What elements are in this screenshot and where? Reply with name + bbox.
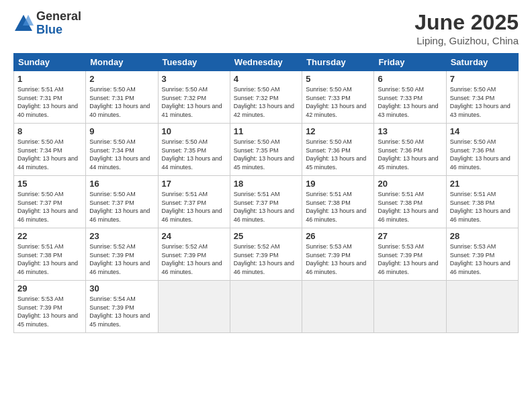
calendar-row: 29Sunrise: 5:53 AMSunset: 7:39 PMDayligh…: [14, 281, 519, 333]
day-cell-19: 19Sunrise: 5:51 AMSunset: 7:38 PMDayligh…: [302, 176, 374, 228]
day-cell-13: 13Sunrise: 5:50 AMSunset: 7:36 PMDayligh…: [374, 124, 446, 176]
day-number: 27: [378, 231, 442, 241]
day-number: 3: [162, 74, 226, 84]
col-header-thursday: Thursday: [302, 54, 374, 71]
day-info: Sunrise: 5:51 AMSunset: 7:38 PMDaylight:…: [17, 242, 82, 276]
header-row: SundayMondayTuesdayWednesdayThursdayFrid…: [14, 54, 519, 71]
day-info: Sunrise: 5:50 AMSunset: 7:31 PMDaylight:…: [89, 85, 154, 119]
logo: General Blue: [13, 10, 81, 37]
day-number: 13: [378, 126, 442, 136]
day-info: Sunrise: 5:52 AMSunset: 7:39 PMDaylight:…: [162, 242, 226, 276]
day-number: 6: [378, 74, 442, 84]
day-info: Sunrise: 5:50 AMSunset: 7:34 PMDaylight:…: [17, 138, 82, 171]
day-info: Sunrise: 5:50 AMSunset: 7:36 PMDaylight:…: [378, 138, 442, 171]
day-number: 28: [450, 231, 515, 241]
logo-text: General Blue: [36, 10, 81, 37]
day-cell-4: 4Sunrise: 5:50 AMSunset: 7:32 PMDaylight…: [230, 71, 302, 124]
day-cell-14: 14Sunrise: 5:50 AMSunset: 7:36 PMDayligh…: [446, 124, 518, 176]
col-header-tuesday: Tuesday: [158, 54, 230, 71]
page: General Blue June 2025 Liping, Guizhou, …: [0, 0, 532, 411]
day-cell-16: 16Sunrise: 5:50 AMSunset: 7:37 PMDayligh…: [86, 176, 158, 228]
day-cell-26: 26Sunrise: 5:53 AMSunset: 7:39 PMDayligh…: [302, 228, 374, 281]
calendar-table: SundayMondayTuesdayWednesdayThursdayFrid…: [13, 53, 519, 333]
day-cell-25: 25Sunrise: 5:52 AMSunset: 7:39 PMDayligh…: [230, 228, 302, 281]
day-number: 10: [162, 126, 226, 136]
day-cell-10: 10Sunrise: 5:50 AMSunset: 7:35 PMDayligh…: [158, 124, 230, 176]
day-cell-12: 12Sunrise: 5:50 AMSunset: 7:36 PMDayligh…: [302, 124, 374, 176]
day-info: Sunrise: 5:50 AMSunset: 7:34 PMDaylight:…: [89, 138, 154, 171]
day-info: Sunrise: 5:53 AMSunset: 7:39 PMDaylight:…: [17, 295, 82, 328]
day-number: 8: [17, 126, 82, 136]
empty-cell: [446, 281, 518, 333]
day-cell-8: 8Sunrise: 5:50 AMSunset: 7:34 PMDaylight…: [14, 124, 86, 176]
day-info: Sunrise: 5:50 AMSunset: 7:35 PMDaylight:…: [162, 138, 226, 171]
day-info: Sunrise: 5:53 AMSunset: 7:39 PMDaylight:…: [306, 242, 370, 276]
day-info: Sunrise: 5:51 AMSunset: 7:31 PMDaylight:…: [17, 85, 82, 119]
day-number: 7: [450, 74, 515, 84]
day-cell-30: 30Sunrise: 5:54 AMSunset: 7:39 PMDayligh…: [86, 281, 158, 333]
day-number: 15: [17, 179, 82, 189]
day-number: 5: [306, 74, 370, 84]
day-info: Sunrise: 5:52 AMSunset: 7:39 PMDaylight:…: [234, 242, 298, 276]
day-info: Sunrise: 5:51 AMSunset: 7:38 PMDaylight:…: [450, 190, 515, 224]
day-info: Sunrise: 5:51 AMSunset: 7:38 PMDaylight:…: [378, 190, 442, 224]
calendar-row: 15Sunrise: 5:50 AMSunset: 7:37 PMDayligh…: [14, 176, 519, 228]
day-cell-21: 21Sunrise: 5:51 AMSunset: 7:38 PMDayligh…: [446, 176, 518, 228]
day-number: 24: [162, 231, 226, 241]
logo-blue: Blue: [36, 24, 81, 37]
day-info: Sunrise: 5:50 AMSunset: 7:32 PMDaylight:…: [234, 85, 298, 119]
day-number: 1: [17, 74, 82, 84]
empty-cell: [230, 281, 302, 333]
col-header-sunday: Sunday: [14, 54, 86, 71]
day-number: 20: [378, 179, 442, 189]
day-info: Sunrise: 5:52 AMSunset: 7:39 PMDaylight:…: [89, 242, 154, 276]
day-number: 17: [162, 179, 226, 189]
day-cell-2: 2Sunrise: 5:50 AMSunset: 7:31 PMDaylight…: [86, 71, 158, 124]
day-info: Sunrise: 5:50 AMSunset: 7:36 PMDaylight:…: [306, 138, 370, 171]
day-cell-15: 15Sunrise: 5:50 AMSunset: 7:37 PMDayligh…: [14, 176, 86, 228]
calendar-subtitle: Liping, Guizhou, China: [414, 35, 519, 46]
day-number: 16: [89, 179, 154, 189]
empty-cell: [374, 281, 446, 333]
day-info: Sunrise: 5:50 AMSunset: 7:33 PMDaylight:…: [378, 85, 442, 119]
day-number: 18: [234, 179, 298, 189]
empty-cell: [302, 281, 374, 333]
day-info: Sunrise: 5:50 AMSunset: 7:32 PMDaylight:…: [162, 85, 226, 119]
col-header-saturday: Saturday: [446, 54, 518, 71]
day-number: 11: [234, 126, 298, 136]
day-number: 26: [306, 231, 370, 241]
day-info: Sunrise: 5:50 AMSunset: 7:34 PMDaylight:…: [450, 85, 515, 119]
day-info: Sunrise: 5:50 AMSunset: 7:35 PMDaylight:…: [234, 138, 298, 171]
day-number: 21: [450, 179, 515, 189]
day-number: 23: [89, 231, 154, 241]
day-cell-28: 28Sunrise: 5:53 AMSunset: 7:39 PMDayligh…: [446, 228, 518, 281]
day-cell-1: 1Sunrise: 5:51 AMSunset: 7:31 PMDaylight…: [14, 71, 86, 124]
day-info: Sunrise: 5:51 AMSunset: 7:38 PMDaylight:…: [306, 190, 370, 224]
day-number: 30: [89, 283, 154, 293]
day-cell-20: 20Sunrise: 5:51 AMSunset: 7:38 PMDayligh…: [374, 176, 446, 228]
logo-general: General: [36, 10, 81, 24]
day-number: 4: [234, 74, 298, 84]
day-cell-6: 6Sunrise: 5:50 AMSunset: 7:33 PMDaylight…: [374, 71, 446, 124]
day-number: 2: [89, 74, 154, 84]
day-cell-22: 22Sunrise: 5:51 AMSunset: 7:38 PMDayligh…: [14, 228, 86, 281]
day-cell-29: 29Sunrise: 5:53 AMSunset: 7:39 PMDayligh…: [14, 281, 86, 333]
logo-icon: [13, 13, 34, 34]
day-cell-3: 3Sunrise: 5:50 AMSunset: 7:32 PMDaylight…: [158, 71, 230, 124]
day-number: 25: [234, 231, 298, 241]
day-info: Sunrise: 5:51 AMSunset: 7:37 PMDaylight:…: [162, 190, 226, 224]
day-cell-24: 24Sunrise: 5:52 AMSunset: 7:39 PMDayligh…: [158, 228, 230, 281]
col-header-monday: Monday: [86, 54, 158, 71]
day-number: 9: [89, 126, 154, 136]
day-number: 14: [450, 126, 515, 136]
day-number: 19: [306, 179, 370, 189]
day-cell-17: 17Sunrise: 5:51 AMSunset: 7:37 PMDayligh…: [158, 176, 230, 228]
day-info: Sunrise: 5:50 AMSunset: 7:37 PMDaylight:…: [17, 190, 82, 224]
title-block: June 2025 Liping, Guizhou, China: [414, 10, 519, 46]
day-number: 29: [17, 283, 82, 293]
day-info: Sunrise: 5:54 AMSunset: 7:39 PMDaylight:…: [89, 295, 154, 328]
day-info: Sunrise: 5:53 AMSunset: 7:39 PMDaylight:…: [378, 242, 442, 276]
day-cell-5: 5Sunrise: 5:50 AMSunset: 7:33 PMDaylight…: [302, 71, 374, 124]
day-cell-27: 27Sunrise: 5:53 AMSunset: 7:39 PMDayligh…: [374, 228, 446, 281]
col-header-wednesday: Wednesday: [230, 54, 302, 71]
